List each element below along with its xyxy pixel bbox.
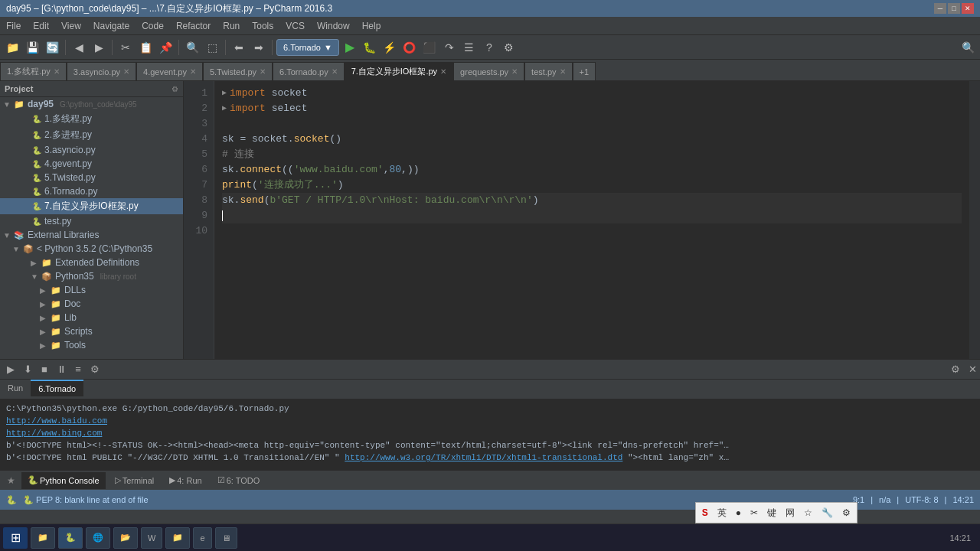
tab-6-close[interactable]: ✕ xyxy=(332,67,338,76)
tab-test-close[interactable]: ✕ xyxy=(560,67,566,76)
ime-star[interactable]: ☆ xyxy=(801,507,815,518)
toolbar-project-btn[interactable]: 📁 xyxy=(3,38,21,57)
task-btn[interactable]: ☰ xyxy=(460,38,479,57)
tab-test[interactable]: test.py ✕ xyxy=(524,62,572,80)
tab-grequests[interactable]: grequests.py ✕ xyxy=(453,62,524,80)
menu-code[interactable]: Code xyxy=(136,19,170,33)
tab-more[interactable]: +1 xyxy=(573,62,596,80)
tab-1-close[interactable]: ✕ xyxy=(54,67,60,76)
tree-item-ext-libs[interactable]: ▼ 📚 External Libraries xyxy=(0,228,183,242)
tree-item-7[interactable]: 🐍 7.自定义异步IO框架.py xyxy=(0,198,183,214)
start-button[interactable]: ⊞ xyxy=(3,527,28,549)
minimize-button[interactable]: ─ xyxy=(934,3,946,14)
run-btn[interactable]: ▶ xyxy=(341,38,359,57)
toolbar-search-btn[interactable]: 🔍 xyxy=(183,38,201,57)
favorites-icon[interactable]: ★ xyxy=(3,473,18,488)
output-run-tab[interactable]: Run xyxy=(0,380,31,396)
panel-settings-right[interactable]: ⚙ xyxy=(948,362,963,377)
menu-view[interactable]: View xyxy=(55,19,87,33)
tree-item-4[interactable]: 🐍 4.gevent.py xyxy=(0,157,183,171)
taskbar-windows-explorer[interactable]: 📂 xyxy=(113,527,138,549)
tree-item-python35[interactable]: ▼ 📦 < Python 3.5.2 (C:\Python35 xyxy=(0,242,183,256)
output-line-3[interactable]: http://www.bing.com xyxy=(6,427,974,439)
toolbar-save-btn[interactable]: 💾 xyxy=(23,38,41,57)
code-line-9[interactable] xyxy=(222,208,962,223)
tree-item-day95[interactable]: ▼ 📁 day95 G:\python_code\day95 xyxy=(0,97,183,111)
tab-3[interactable]: 3.asyncio.py ✕ xyxy=(67,62,136,80)
taskbar-file-explorer[interactable]: 📁 xyxy=(31,527,55,549)
ime-tool[interactable]: 🔧 xyxy=(818,507,836,518)
tab-grequests-close[interactable]: ✕ xyxy=(511,67,518,76)
tab-4-close[interactable]: ✕ xyxy=(190,67,196,76)
panel-menu-btn[interactable]: ≡ xyxy=(70,362,86,377)
run-config-selector[interactable]: 6.Tornado ▼ xyxy=(276,39,339,56)
tab-7[interactable]: 7.自定义异步IO框架.py ✕ xyxy=(345,62,453,80)
concurrency-btn[interactable]: ⬛ xyxy=(420,38,439,57)
tree-item-2[interactable]: 🐍 2.多进程.py xyxy=(0,127,183,143)
tree-item-test[interactable]: 🐍 test.py xyxy=(0,214,183,228)
close-window-button[interactable]: ✕ xyxy=(962,3,974,14)
taskbar-pycharm[interactable]: 🐍 xyxy=(58,527,83,549)
taskbar-ie[interactable]: e xyxy=(193,527,211,549)
coverage-btn[interactable]: ⚡ xyxy=(381,38,399,57)
bottom-tab-terminal[interactable]: ▷ Terminal xyxy=(109,472,161,489)
tab-3-close[interactable]: ✕ xyxy=(123,67,129,76)
settings-btn[interactable]: ⚙ xyxy=(500,38,518,57)
tree-item-1[interactable]: 🐍 1.多线程.py xyxy=(0,111,183,127)
tab-6[interactable]: 6.Tornado.py ✕ xyxy=(273,62,345,80)
toolbar-prev-btn[interactable]: ⬅ xyxy=(230,38,248,57)
panel-down-btn[interactable]: ⬇ xyxy=(20,362,35,377)
tree-item-5[interactable]: 🐍 5.Twisted.py xyxy=(0,171,183,184)
output-tornado-tab[interactable]: 6.Tornado xyxy=(31,380,83,396)
tree-item-python35-lib[interactable]: ▼ 📦 Python35 library root xyxy=(0,269,183,283)
bottom-tab-console[interactable]: 🐍 Python Console xyxy=(21,472,106,489)
panel-close-btn[interactable]: ✕ xyxy=(965,362,980,377)
output-link-w3c[interactable]: http://www.w3.org/TR/xhtml1/DTD/xhtml1-t… xyxy=(345,453,622,462)
tab-5-close[interactable]: ✕ xyxy=(260,67,266,76)
ime-settings[interactable]: ⚙ xyxy=(839,507,854,518)
tree-item-scripts[interactable]: ▶ 📁 Scripts xyxy=(0,324,183,338)
menu-window[interactable]: Window xyxy=(311,19,356,33)
tab-1[interactable]: 1.多线程.py ✕ xyxy=(0,62,67,80)
tree-item-dlls[interactable]: ▶ 📁 DLLs xyxy=(0,283,183,297)
panel-run-btn[interactable]: ▶ xyxy=(3,362,18,377)
tree-item-lib[interactable]: ▶ 📁 Lib xyxy=(0,311,183,324)
bottom-tab-run[interactable]: ▶ 4: Run xyxy=(163,472,207,489)
tree-item-6[interactable]: 🐍 6.Tornado.py xyxy=(0,184,183,198)
tree-item-doc[interactable]: ▶ 📁 Doc xyxy=(0,297,183,311)
menu-vcs[interactable]: VCS xyxy=(279,19,311,33)
taskbar-chrome[interactable]: 🌐 xyxy=(86,527,110,549)
maximize-button[interactable]: □ xyxy=(948,3,960,14)
tree-item-ext-defs[interactable]: ▶ 📁 Extended Definitions xyxy=(0,256,183,269)
toolbar-back-btn[interactable]: ◀ xyxy=(70,38,88,57)
menu-run[interactable]: Run xyxy=(217,19,246,33)
menu-navigate[interactable]: Navigate xyxy=(87,19,136,33)
help-btn[interactable]: ? xyxy=(480,38,498,57)
menu-refactor[interactable]: Refactor xyxy=(170,19,217,33)
toolbar-next-btn[interactable]: ➡ xyxy=(250,38,268,57)
ime-lang[interactable]: 英 xyxy=(714,507,730,520)
editor-content[interactable]: 1 2 3 4 5 6 7 8 9 10 ▶ import socket xyxy=(184,81,980,359)
menu-file[interactable]: File xyxy=(0,19,27,33)
toolbar-fwd-btn[interactable]: ▶ xyxy=(90,38,108,57)
toolbar-sync-btn[interactable]: 🔄 xyxy=(43,38,61,57)
profile-btn[interactable]: ⭕ xyxy=(400,38,419,57)
taskbar-app7[interactable]: 🖥 xyxy=(215,527,237,549)
menu-tools[interactable]: Tools xyxy=(246,19,279,33)
toolbar-copy-btn[interactable]: 📋 xyxy=(136,38,155,57)
menu-help[interactable]: Help xyxy=(356,19,387,33)
debug-btn[interactable]: 🐛 xyxy=(361,38,379,57)
tree-item-tools[interactable]: ▶ 📁 Tools xyxy=(0,338,183,352)
tab-5[interactable]: 5.Twisted.py ✕ xyxy=(203,62,273,80)
search-everywhere-btn[interactable]: 🔍 xyxy=(959,38,977,57)
menu-edit[interactable]: Edit xyxy=(27,19,55,33)
bottom-tab-todo[interactable]: ☑ 6: TODO xyxy=(211,472,266,489)
sidebar-settings-icon[interactable]: ⚙ xyxy=(172,85,178,93)
toolbar-paste-btn[interactable]: 📌 xyxy=(156,38,175,57)
tab-4[interactable]: 4.gevent.py ✕ xyxy=(136,62,203,80)
panel-stop-btn[interactable]: ■ xyxy=(37,362,52,377)
taskbar-folder[interactable]: 📁 xyxy=(165,527,190,549)
toolbar-cut-btn[interactable]: ✂ xyxy=(116,38,135,57)
tab-7-close[interactable]: ✕ xyxy=(440,67,446,76)
ime-dot[interactable]: ● xyxy=(733,507,744,518)
